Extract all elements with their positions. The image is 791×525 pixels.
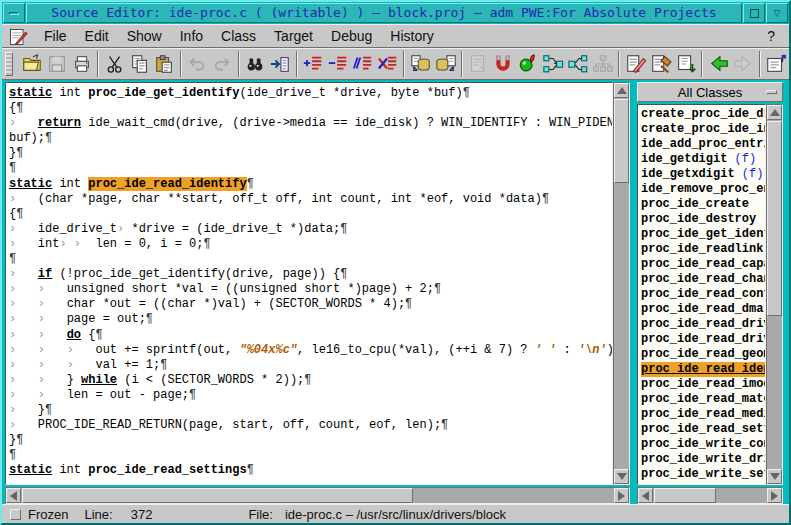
class-list-item[interactable]: ide_add_proc_entries	[641, 137, 765, 152]
scroll-down-icon[interactable]	[767, 469, 782, 484]
class-list-item[interactable]: proc_ide_read_drives	[641, 332, 765, 347]
redo-icon	[211, 53, 233, 75]
scroll-right-icon[interactable]	[767, 488, 782, 503]
copy-button[interactable]	[127, 51, 152, 78]
code-editor[interactable]: static int proc_ide_get_identify(ide_dri…	[5, 82, 613, 485]
print-button[interactable]	[69, 51, 94, 78]
editor-column: static int proc_ide_get_identify(ide_dri…	[5, 82, 630, 504]
scroll-up-icon[interactable]	[614, 83, 629, 98]
main-area: static int proc_ide_get_identify(ide_dri…	[2, 80, 789, 504]
line-number-value: 372	[131, 507, 153, 522]
format-doc-button	[466, 51, 491, 78]
toolbar-grip-handle[interactable]	[5, 52, 13, 76]
menu-debug[interactable]: Debug	[322, 26, 381, 46]
scroll-down-icon[interactable]	[614, 469, 629, 484]
class-list-item[interactable]: proc_ide_read_config	[641, 287, 765, 302]
class-list-hscroll-thumb[interactable]	[654, 488, 716, 503]
editor-hscroll-thumb[interactable]	[22, 488, 413, 503]
class-list-item[interactable]: proc_ide_readlink	[641, 242, 765, 257]
goto-line-button[interactable]	[268, 51, 293, 78]
class-list-item[interactable]: create_proc_ide_drives	[641, 107, 765, 122]
class-list-item[interactable]: proc_ide_read_capacity	[641, 257, 765, 272]
save-file-button	[44, 51, 69, 78]
code-line: static int proc_ide_get_identify(ide_dri…	[9, 86, 612, 101]
menu-help[interactable]: ?	[767, 28, 789, 44]
class-list-item[interactable]: proc_ide_write_driver	[641, 452, 765, 467]
maximize-button[interactable]	[743, 3, 765, 23]
all-classes-dropdown[interactable]: All Classes	[637, 82, 783, 102]
class-list-item[interactable]: proc_ide_destroy	[641, 212, 765, 227]
comment-button[interactable]	[350, 51, 375, 78]
db-save-button[interactable]	[433, 51, 458, 78]
open-file-button[interactable]	[19, 51, 44, 78]
code-line: › › page = out;¶	[9, 312, 612, 327]
scroll-right-icon[interactable]	[614, 488, 629, 503]
class-browser-panel: All Classes create_proc_ide_drivescreate…	[637, 82, 783, 504]
menu-history[interactable]: History	[381, 26, 443, 46]
code-line: buf);¶	[9, 131, 612, 146]
shade-button[interactable]: ▽	[766, 3, 788, 23]
scroll-left-icon[interactable]	[6, 488, 21, 503]
forward-button	[731, 51, 756, 78]
class-list-horizontal-scrollbar[interactable]	[637, 487, 783, 504]
code-line: › }¶	[9, 403, 612, 418]
shift-right-button[interactable]	[301, 51, 326, 78]
scroll-up-icon[interactable]	[767, 105, 782, 120]
class-list-item[interactable]: proc_ide_read_media	[641, 407, 765, 422]
frozen-toggle[interactable]	[10, 509, 21, 520]
cut-button[interactable]	[102, 51, 127, 78]
code-line: static int proc_ide_read_identify¶	[9, 177, 612, 192]
class-list-item[interactable]: proc_ide_write_config	[641, 437, 765, 452]
find-button[interactable]	[243, 51, 268, 78]
titlebar: Source Editor: ide-proc.c ( (writable) )…	[2, 2, 789, 24]
class-list-vscroll-thumb[interactable]	[767, 121, 782, 316]
editor-horizontal-scrollbar[interactable]	[5, 487, 630, 504]
scroll-left-icon[interactable]	[638, 488, 653, 503]
class-list-item[interactable]: proc_ide_get_identify	[641, 227, 765, 242]
class-list-item[interactable]: ide_getdigit (f)	[641, 152, 765, 167]
edit-doc-button[interactable]	[623, 51, 648, 78]
editor-vscroll-thumb[interactable]	[614, 99, 629, 183]
window-menu-button[interactable]	[3, 3, 25, 23]
db-load-button[interactable]	[408, 51, 433, 78]
menu-target[interactable]: Target	[265, 26, 322, 46]
callers-button[interactable]	[541, 51, 566, 78]
class-list-item[interactable]: proc_ide_read_identify	[641, 362, 765, 377]
menu-show[interactable]: Show	[118, 26, 171, 46]
build-button[interactable]	[648, 51, 673, 78]
class-list-vertical-scrollbar[interactable]	[766, 104, 783, 485]
back-button[interactable]	[706, 51, 731, 78]
shift-left-button[interactable]	[325, 51, 350, 78]
class-list-item[interactable]: proc_ide_read_dma	[641, 302, 765, 317]
class-list-item[interactable]: proc_ide_read_geometry	[641, 347, 765, 362]
code-line: ¶	[9, 252, 612, 267]
class-list-item[interactable]: ide_getxdigit (f)	[641, 167, 765, 182]
window-title: Source Editor: ide-proc.c ( (writable) )…	[26, 3, 742, 23]
editor-vertical-scrollbar[interactable]	[613, 82, 630, 485]
toolbar-separator	[238, 51, 240, 77]
build-icon	[650, 53, 672, 75]
menu-class[interactable]: Class	[212, 26, 265, 46]
class-list-item[interactable]: proc_ide_read_imodel	[641, 377, 765, 392]
paste-button[interactable]	[152, 51, 177, 78]
class-list[interactable]: create_proc_ide_drivescreate_proc_ide_in…	[637, 104, 766, 485]
class-list-item[interactable]: proc_ide_read_mate	[641, 392, 765, 407]
uncomment-button[interactable]	[375, 51, 400, 78]
callees-button[interactable]	[566, 51, 591, 78]
class-list-item[interactable]: proc_ide_write_settings	[641, 467, 765, 482]
class-list-item[interactable]: create_proc_ide_interfaces	[641, 122, 765, 137]
properties-button[interactable]	[764, 51, 789, 78]
save-all-icon	[675, 53, 697, 75]
undo-button	[185, 51, 210, 78]
recolor-button[interactable]	[516, 51, 541, 78]
menu-file[interactable]: File	[35, 26, 76, 46]
class-list-item[interactable]: proc_ide_read_channel	[641, 272, 765, 287]
save-all-button[interactable]	[673, 51, 698, 78]
menu-info[interactable]: Info	[171, 26, 212, 46]
class-list-item[interactable]: proc_ide_create	[641, 197, 765, 212]
class-list-item[interactable]: ide_remove_proc_entries	[641, 182, 765, 197]
class-list-item[interactable]: proc_ide_read_driver	[641, 317, 765, 332]
menu-edit[interactable]: Edit	[76, 26, 118, 46]
class-list-item[interactable]: proc_ide_read_settings	[641, 422, 765, 437]
magnet-grep-button[interactable]	[491, 51, 516, 78]
